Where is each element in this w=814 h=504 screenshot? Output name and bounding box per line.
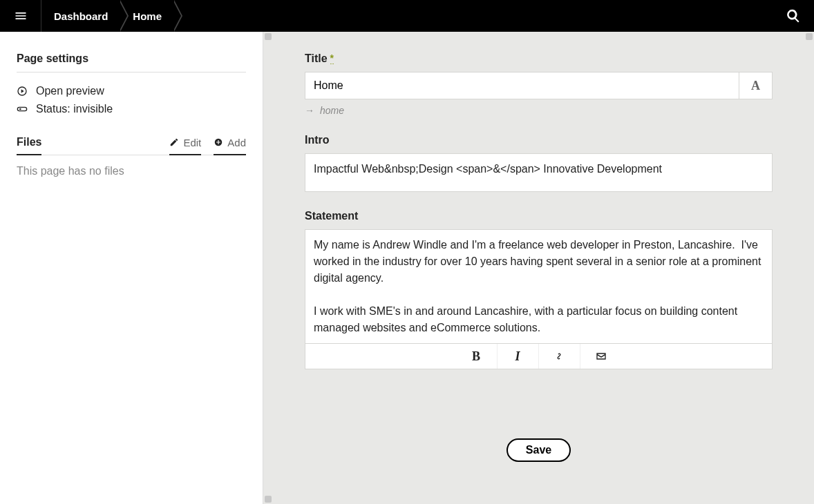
search-button[interactable]	[773, 0, 814, 32]
pencil-icon	[169, 137, 179, 147]
breadcrumb: Dashboard Home	[41, 0, 773, 32]
breadcrumb-dashboard[interactable]: Dashboard	[41, 0, 120, 32]
envelope-icon	[596, 351, 607, 362]
statement-label: Statement	[305, 210, 773, 222]
link-button[interactable]	[539, 344, 580, 369]
scroll-arrow-down[interactable]	[265, 496, 272, 503]
files-add-label: Add	[227, 137, 246, 148]
menu-button[interactable]	[0, 0, 41, 32]
open-preview-label: Open preview	[36, 85, 104, 97]
svg-rect-1	[17, 107, 26, 110]
scroll-arrow-right-up[interactable]	[806, 33, 813, 40]
required-mark: *	[330, 53, 334, 64]
scroll-arrow-up[interactable]	[265, 33, 272, 40]
statement-textarea[interactable]: My name is Andrew Windle and I'm a freel…	[305, 229, 773, 344]
arrow-right-icon: →	[305, 105, 314, 116]
title-label: Title *	[305, 52, 773, 65]
font-icon: A	[751, 79, 760, 93]
hamburger-icon	[14, 9, 28, 23]
intro-label: Intro	[305, 134, 773, 146]
files-add-button[interactable]: Add	[214, 137, 246, 155]
intro-field-group: Intro Impactful Web&nbsp;Design <span>&<…	[305, 134, 773, 192]
files-edit-label: Edit	[183, 137, 201, 148]
files-edit-button[interactable]: Edit	[169, 137, 201, 155]
files-header: Files Edit Add	[17, 136, 246, 155]
topbar: Dashboard Home	[0, 0, 814, 32]
editor-pane: Title * A → home Intro Impactful Web&nbs…	[263, 32, 814, 504]
slug-display: → home	[305, 105, 773, 116]
sidebar: Page settings Open preview Status: invis…	[0, 32, 263, 504]
page-settings-title: Page settings	[17, 52, 246, 72]
title-field-group: Title * A → home	[305, 52, 773, 116]
status-label: Status: invisible	[36, 103, 113, 115]
toggle-icon	[17, 104, 28, 115]
plus-circle-icon	[214, 137, 223, 147]
title-input[interactable]	[305, 72, 739, 99]
link-icon	[553, 351, 565, 362]
title-font-button[interactable]: A	[739, 72, 772, 99]
files-title: Files	[17, 136, 41, 155]
email-button[interactable]	[580, 344, 622, 369]
slug-text: home	[320, 105, 344, 116]
title-label-text: Title	[305, 52, 328, 65]
italic-button[interactable]: I	[498, 344, 539, 369]
statement-field-group: Statement My name is Andrew Windle and I…	[305, 210, 773, 369]
play-circle-icon	[17, 86, 28, 97]
intro-textarea[interactable]: Impactful Web&nbsp;Design <span>&</span>…	[305, 153, 773, 192]
files-empty-text: This page has no files	[17, 165, 246, 177]
open-preview[interactable]: Open preview	[17, 82, 246, 100]
status-toggle[interactable]: Status: invisible	[17, 100, 246, 118]
search-icon	[786, 8, 801, 23]
save-button[interactable]: Save	[507, 438, 571, 462]
bold-button[interactable]: B	[456, 344, 498, 369]
statement-toolbar: B I	[305, 344, 773, 369]
svg-point-2	[19, 108, 21, 110]
